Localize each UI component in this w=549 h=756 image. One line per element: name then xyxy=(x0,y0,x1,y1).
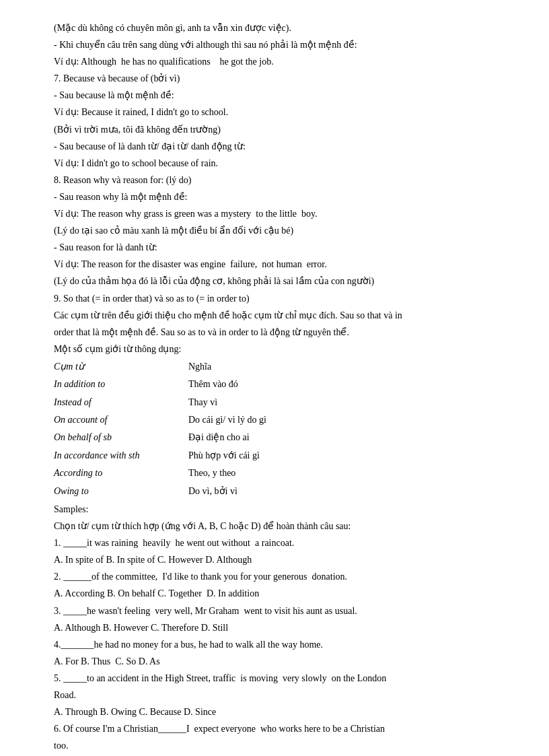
line-19: order that là một mệnh đề. Sau so as to … xyxy=(54,324,509,340)
meaning-6: Theo, y theo xyxy=(188,466,509,481)
table-row-7: Owing to Do vì, bởi vì xyxy=(54,484,509,499)
table-row-1: In addition to Thêm vào đó xyxy=(54,377,509,392)
q5-options: A. Through B. Owing C. Because D. Since xyxy=(54,704,509,720)
samples-instruction: Chọn từ/ cụm từ thích hợp (ứng với A, B,… xyxy=(54,518,509,534)
meaning-5: Phù hợp với cái gì xyxy=(188,448,509,463)
line-6: Ví dụ: Because it rained, I didn't go to… xyxy=(54,104,509,120)
q5-text: 5. _____to an accident in the High Stree… xyxy=(54,671,509,686)
line-5: - Sau because là một mệnh đề: xyxy=(54,88,509,103)
table-header: Cụm từ Nghĩa xyxy=(54,359,509,374)
line-9: Ví dụ: I didn't go to school because of … xyxy=(54,156,509,171)
q2-options: A. According B. On behalf C. Together D.… xyxy=(54,586,509,601)
col-header-meaning: Nghĩa xyxy=(188,359,509,374)
line-7: (Bởi vì trời mưa, tôi đã không đến trườn… xyxy=(54,122,509,137)
col-header-phrase: Cụm từ xyxy=(54,359,188,374)
phrase-4: On behalf of sb xyxy=(54,430,188,445)
phrase-3: On account of xyxy=(54,413,188,427)
meaning-2: Thay vì xyxy=(188,395,509,410)
line-4: 7. Because và because of (bởi vì) xyxy=(54,71,509,86)
q4-text: 4._______he had no money for a bus, he h… xyxy=(54,637,509,652)
table-row-2: Instead of Thay vì xyxy=(54,395,509,410)
line-13: (Lý do tại sao cỏ màu xanh là một điều b… xyxy=(54,223,509,238)
line-16: (Lý do của thảm họa đó là lỗi của động c… xyxy=(54,273,509,289)
main-content: (Mặc dù không có chuyên môn gì, anh ta v… xyxy=(54,20,509,756)
meaning-1: Thêm vào đó xyxy=(188,377,509,392)
table-row-5: In accordance with sth Phù hợp với cái g… xyxy=(54,448,509,463)
table-row-6: According to Theo, y theo xyxy=(54,466,509,481)
line-20: Một số cụm giới từ thông dụng: xyxy=(54,341,509,357)
q4-options: A. For B. Thus C. So D. As xyxy=(54,654,509,669)
meaning-4: Đại diện cho ai xyxy=(188,430,509,445)
table-row-3: On account of Do cái gì/ vì lý do gì xyxy=(54,413,509,427)
line-11: - Sau reason why là một mệnh đề: xyxy=(54,189,509,205)
line-15: Ví dụ: The reason for the disaster was e… xyxy=(54,256,509,272)
q3-options: A. Although B. However C. Therefore D. S… xyxy=(54,620,509,635)
meaning-7: Do vì, bởi vì xyxy=(188,484,509,499)
q1-options: A. In spite of B. In spite of C. However… xyxy=(54,552,509,568)
line-10: 8. Reason why và reason for: (lý do) xyxy=(54,172,509,188)
q1-text: 1. _____it was raining heavily he went o… xyxy=(54,535,509,551)
line-17: 9. So that (= in order that) và so as to… xyxy=(54,291,509,306)
q6-text-cont: too. xyxy=(54,738,509,753)
line-18: Các cụm từ trên đều giới thiệu cho mệnh … xyxy=(54,308,509,323)
q2-text: 2. ______of the committee, I'd like to t… xyxy=(54,569,509,584)
meaning-3: Do cái gì/ vì lý do gì xyxy=(188,413,509,427)
q3-text: 3. _____he wasn't feeling very well, Mr … xyxy=(54,603,509,619)
phrase-2: Instead of xyxy=(54,395,188,410)
q6-text: 6. Of course I'm a Christian______I expe… xyxy=(54,721,509,736)
q5-text-cont: Road. xyxy=(54,687,509,703)
line-3: Ví dụ: Although he has no qualifications… xyxy=(54,54,509,69)
phrase-6: According to xyxy=(54,466,188,481)
phrase-7: Owing to xyxy=(54,484,188,499)
table-row-4: On behalf of sb Đại diện cho ai xyxy=(54,430,509,445)
samples-label: Samples: xyxy=(54,502,509,517)
line-1: (Mặc dù không có chuyên môn gì, anh ta v… xyxy=(54,20,509,36)
line-14: - Sau reason for là danh từ: xyxy=(54,240,509,255)
phrase-1: In addition to xyxy=(54,377,188,392)
line-2: - Khi chuyển câu trên sang dùng với alth… xyxy=(54,37,509,53)
line-12: Ví dụ: The reason why grass is green was… xyxy=(54,206,509,221)
line-8: - Sau because of là danh từ/ đại từ/ dan… xyxy=(54,139,509,154)
phrase-5: In accordance with sth xyxy=(54,448,188,463)
